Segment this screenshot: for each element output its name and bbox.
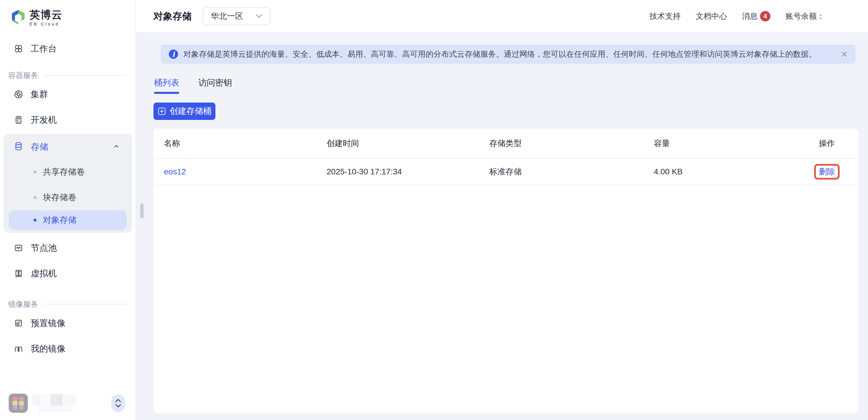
tab-access-keys[interactable]: 访问密钥 <box>198 77 232 94</box>
column-header-created: 创建时间 <box>327 138 489 149</box>
section-image-services: 镜像服务 <box>0 298 135 310</box>
page-title: 对象存储 <box>153 10 192 23</box>
sidebar-item-workbench[interactable]: 工作台 <box>0 36 135 61</box>
section-label: 容器服务 <box>8 70 38 81</box>
brand-subtitle: EB Cloud <box>30 22 63 26</box>
sidebar-item-preset-image[interactable]: 预置镜像 <box>0 310 135 336</box>
close-icon[interactable]: × <box>840 49 848 60</box>
chevron-up-icon <box>114 398 122 403</box>
sidebar-item-label: 预置镜像 <box>31 318 65 329</box>
sidebar-item-vm[interactable]: 虚拟机 <box>0 261 135 286</box>
region-select[interactable]: 华北一区 <box>203 7 271 25</box>
delete-link[interactable]: 删除 <box>819 167 835 176</box>
banner-text: 对象存储是英博云提供的海量、安全、低成本、易用、高可靠、高可用的分布式云存储服务… <box>183 49 835 59</box>
brand-logo: 英博云 EB Cloud <box>0 6 135 27</box>
bucket-type-cell: 标准存储 <box>489 166 654 177</box>
nodepool-icon <box>14 243 23 252</box>
content: i 对象存储是英博云提供的海量、安全、低成本、易用、高可靠、高可用的分布式云存储… <box>136 33 868 420</box>
chevron-down-icon <box>114 403 122 408</box>
support-link[interactable]: 技术支持 <box>649 11 681 22</box>
sidebar-item-label: 我的镜像 <box>31 343 65 355</box>
sidebar-item-shared-volume[interactable]: 共享存储卷 <box>3 159 132 185</box>
sidebar-item-label: 工作台 <box>31 43 57 55</box>
sidebar-collapse-toggle[interactable] <box>111 394 125 412</box>
messages-label: 消息 <box>742 11 758 22</box>
info-banner: i 对象存储是英博云提供的海量、安全、低成本、易用、高可靠、高可用的分布式云存储… <box>161 44 856 64</box>
sidebar: 英博云 EB Cloud 工作台 容器服务 <box>0 0 136 420</box>
balance-label: 账号余额： <box>785 11 825 22</box>
avatar[interactable] <box>9 394 28 413</box>
bucket-created-cell: 2025-10-30 17:17:34 <box>327 167 489 176</box>
docs-link[interactable]: 文档中心 <box>696 11 727 22</box>
table-row: eos12 2025-10-30 17:17:34 标准存储 4.00 KB 删… <box>153 159 859 185</box>
column-header-type: 存储类型 <box>489 138 654 149</box>
bucket-size-cell: 4.00 KB <box>654 167 819 176</box>
devmachine-icon <box>14 115 23 125</box>
sidebar-item-label: 集群 <box>31 89 48 100</box>
bullet-icon <box>34 171 36 174</box>
brand-hexagon-icon <box>11 9 26 26</box>
sidebar-item-storage[interactable]: 存储 <box>3 134 132 159</box>
column-header-actions: 操作 <box>819 138 859 149</box>
create-bucket-button[interactable]: 创建存储桶 <box>153 102 215 120</box>
sidebar-item-label: 节点池 <box>31 242 57 254</box>
message-count-badge: 4 <box>760 11 770 22</box>
kubernetes-icon <box>14 90 23 99</box>
sidebar-subitem-label: 块存储卷 <box>43 192 76 203</box>
delete-action-highlight: 删除 <box>814 164 840 180</box>
info-icon: i <box>169 50 178 59</box>
section-label: 镜像服务 <box>8 299 38 309</box>
create-bucket-label: 创建存储桶 <box>170 106 212 117</box>
sidebar-item-nodepool[interactable]: 节点池 <box>0 235 135 261</box>
database-icon <box>14 142 23 152</box>
region-value: 华北一区 <box>211 11 243 22</box>
section-divider <box>44 304 127 304</box>
sidebar-item-cluster[interactable]: 集群 <box>0 82 135 107</box>
preset-image-icon <box>14 319 23 328</box>
sidebar-item-block-volume[interactable]: 块存储卷 <box>3 185 132 210</box>
main-area: 对象存储 华北一区 技术支持 文档中心 消息 4 账号余额： i 对象存储是 <box>136 0 868 420</box>
messages-link[interactable]: 消息 4 <box>742 11 770 22</box>
username-redacted <box>32 394 76 412</box>
sidebar-item-label: 开发机 <box>31 114 57 126</box>
sidebar-subitem-label: 对象存储 <box>43 214 76 226</box>
grid-icon <box>14 44 23 53</box>
column-header-name: 名称 <box>164 138 327 149</box>
bucket-name-link[interactable]: eos12 <box>164 167 327 176</box>
tab-bucket-list[interactable]: 桶列表 <box>154 77 179 94</box>
sidebar-item-label: 存储 <box>31 141 105 153</box>
vm-icon <box>14 269 23 278</box>
chevron-down-icon <box>256 14 262 18</box>
user-row <box>0 392 135 420</box>
scrollbar-thumb[interactable] <box>140 203 144 218</box>
brand-name: 英博云 <box>30 9 63 20</box>
app-window: 英博云 EB Cloud 工作台 容器服务 <box>0 0 868 420</box>
sidebar-nav: 工作台 容器服务 集群 <box>0 27 135 420</box>
plus-square-icon <box>157 107 166 116</box>
storage-group: 存储 共享存储卷 块存储卷 对象存储 <box>3 134 132 233</box>
sidebar-item-object-storage[interactable]: 对象存储 <box>9 210 127 230</box>
sidebar-item-my-image[interactable]: 我的镜像 <box>0 336 135 361</box>
chevron-up-icon <box>112 142 120 151</box>
section-divider <box>44 75 127 76</box>
column-header-size: 容量 <box>654 138 819 149</box>
bullet-icon <box>34 219 36 221</box>
sidebar-item-devmachine[interactable]: 开发机 <box>0 107 135 133</box>
bullet-icon <box>34 196 36 199</box>
sidebar-subitem-label: 共享存储卷 <box>43 166 85 178</box>
sidebar-item-label: 虚拟机 <box>31 268 57 279</box>
my-image-icon <box>14 344 23 353</box>
bucket-table-card: 名称 创建时间 存储类型 容量 操作 eos12 2025-10-30 17:1… <box>153 129 859 414</box>
tab-bar: 桶列表 访问密钥 <box>154 77 859 94</box>
section-container-services: 容器服务 <box>0 69 135 82</box>
topbar: 对象存储 华北一区 技术支持 文档中心 消息 4 账号余额： <box>136 0 868 33</box>
table-header-row: 名称 创建时间 存储类型 容量 操作 <box>153 129 859 159</box>
